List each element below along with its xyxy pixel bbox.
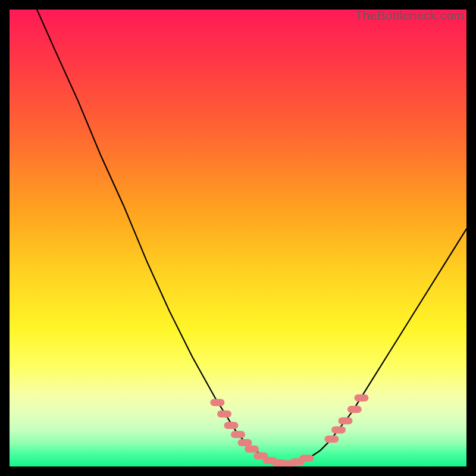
bottleneck-curve — [37, 10, 466, 464]
marker-pill — [331, 427, 346, 434]
marker-pill — [299, 455, 314, 462]
marker-pill — [324, 436, 339, 443]
chart-svg — [10, 10, 466, 466]
marker-pill — [347, 406, 362, 413]
marker-pill — [217, 411, 231, 418]
marker-pill — [354, 394, 368, 402]
chart-frame: TheBottleneck.com — [10, 10, 466, 466]
highlight-markers — [210, 394, 368, 466]
marker-pill — [210, 399, 224, 406]
marker-pill — [339, 417, 353, 424]
marker-pill — [224, 422, 239, 429]
marker-pill — [245, 446, 259, 453]
marker-pill — [238, 439, 252, 446]
watermark-text: TheBottleneck.com — [355, 8, 464, 23]
marker-pill — [231, 431, 245, 438]
